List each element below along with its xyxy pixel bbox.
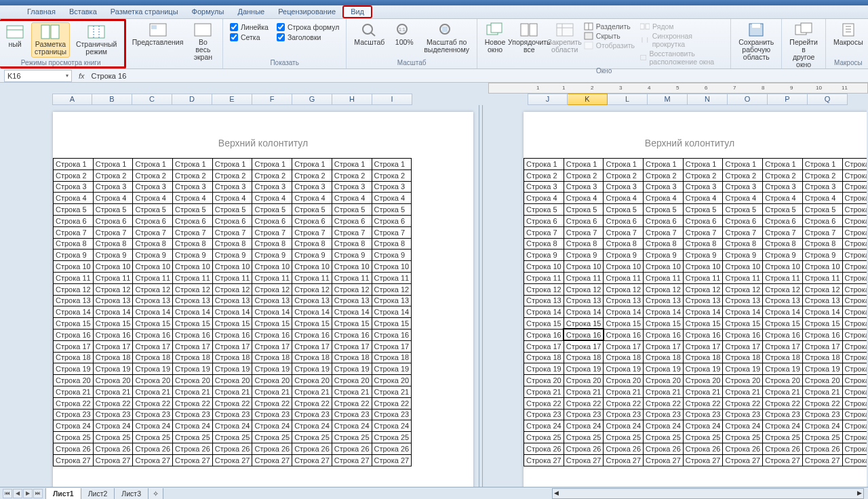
cell[interactable]: Строка 2 [173,169,213,181]
cell[interactable]: Строка 27 [133,454,173,466]
cell[interactable]: Строка 7 [332,226,372,238]
cell[interactable]: Строка 17 [524,340,564,352]
cell[interactable]: Строка 20 [644,375,684,386]
cell[interactable]: Строка 25 [723,432,763,443]
btn-freeze-panes[interactable]: Закрепить области [550,20,580,56]
cell[interactable]: Строка 10 [763,261,803,273]
tab-file[interactable]: Главная [20,6,62,18]
cell[interactable]: Строка 25 [372,432,412,443]
cell[interactable]: Строка 27 [604,454,644,466]
cell[interactable]: Строка 27 [93,454,133,466]
cell[interactable]: Строка 27 [802,454,842,466]
sheet-tab-2[interactable]: Лист2 [81,488,115,500]
cell[interactable]: Строка 21 [252,386,292,397]
cell[interactable]: Строка 17 [93,340,133,352]
cell[interactable]: Строка 16 [524,329,564,340]
cell[interactable]: Строка 25 [292,432,332,443]
cell[interactable]: Строка 2 [802,169,842,181]
cell[interactable]: Строка 12 [173,283,213,295]
cell[interactable]: Строка 13 [604,295,644,306]
cell[interactable]: Строка 17 [292,340,332,352]
cell[interactable]: Строка 8 [292,238,332,250]
cell[interactable]: Строка 26 [133,443,173,454]
cell[interactable]: Строка 12 [763,283,803,295]
cell[interactable]: Строка 15 [683,318,723,330]
cell[interactable]: Строка 19 [524,363,564,375]
cell[interactable]: Строка 18 [133,352,173,363]
cell[interactable]: Строка 4 [604,193,644,204]
cell[interactable]: Строка 13 [564,295,604,306]
cell[interactable]: Строка 24 [372,420,412,432]
cell[interactable]: Строка 12 [54,283,94,295]
cell[interactable]: Строка 24 [644,420,684,432]
cell[interactable]: Строка 15 [133,318,173,330]
cell[interactable]: Строка 9 [683,250,723,261]
cell[interactable]: Строка 17 [644,340,684,352]
cell[interactable]: Строка 21 [332,386,372,397]
cell[interactable]: Строка 7 [133,226,173,238]
cell[interactable]: Строка 19 [133,363,173,375]
cell[interactable]: Строка 3 [54,181,94,193]
sheet-tab-1[interactable]: Лист1 [45,488,81,500]
cell[interactable]: Строка 7 [723,226,763,238]
cell[interactable]: Строка 16 [604,329,644,340]
cell[interactable]: Строка 16 [564,329,604,340]
cell[interactable]: Строка 5 [133,204,173,216]
cell[interactable]: Строка 24 [723,420,763,432]
cell[interactable]: Строка 26 [723,443,763,454]
cell[interactable]: Строка 20 [524,375,564,386]
btn-switch-window[interactable]: Перейти в другое окно [786,20,821,71]
cell[interactable]: Строка 2 [524,169,564,181]
cell[interactable]: Строка 5 [644,204,684,216]
cell[interactable]: Строка 3 [93,181,133,193]
cell[interactable]: Строка 27 [564,454,604,466]
cell[interactable]: Строка 14 [93,306,133,318]
cell[interactable]: Строка 5 [173,204,213,216]
cell[interactable]: Строка 9 [54,250,94,261]
cell[interactable]: Строка 20 [212,375,252,386]
cell[interactable]: Строка 21 [372,386,412,397]
cell[interactable]: Строка 5 [524,204,564,216]
cell[interactable]: Строка 1 [372,159,412,170]
cell[interactable]: Строка 15 [604,318,644,330]
cell[interactable]: Строка 20 [604,375,644,386]
tab-formulas[interactable]: Формулы [185,6,231,18]
cell[interactable]: Строка 5 [842,204,867,216]
cell[interactable]: Строка 25 [683,432,723,443]
col-header-N[interactable]: N [688,94,728,105]
cell[interactable]: Строка 6 [524,215,564,226]
cell[interactable]: Строка 7 [54,226,94,238]
cell[interactable]: Строка 5 [604,204,644,216]
cell[interactable]: Строка 9 [564,250,604,261]
cell[interactable]: Строка 13 [524,295,564,306]
cell[interactable]: Строка 5 [292,204,332,216]
cell[interactable]: Строка 8 [212,238,252,250]
cell[interactable]: Строка 2 [564,169,604,181]
cell[interactable]: Строка 18 [212,352,252,363]
cell[interactable]: Строка 8 [332,238,372,250]
cell[interactable]: Строка 20 [723,375,763,386]
cell[interactable]: Строка 20 [252,375,292,386]
cell[interactable]: Строка 14 [212,306,252,318]
cell[interactable]: Строка 12 [252,283,292,295]
cell[interactable]: Строка 1 [173,159,213,170]
cell[interactable]: Строка 26 [332,443,372,454]
cell[interactable]: Строка 1 [524,159,564,170]
cell[interactable]: Строка 14 [252,306,292,318]
cell[interactable]: Строка 21 [212,386,252,397]
cell[interactable]: Строка 12 [644,283,684,295]
cell[interactable]: Строка 19 [212,363,252,375]
col-header-K[interactable]: K [568,94,608,105]
cell[interactable]: Строка 21 [644,386,684,397]
cell[interactable]: Строка 6 [332,215,372,226]
cell[interactable]: Строка 14 [564,306,604,318]
cell[interactable]: Строка 7 [524,226,564,238]
cell[interactable]: Строка 18 [564,352,604,363]
cell[interactable]: Строка 10 [212,261,252,273]
cell[interactable]: Строка 6 [54,215,94,226]
cell[interactable]: Строка 3 [763,181,803,193]
cell[interactable]: Строка 5 [723,204,763,216]
cell[interactable]: Строка 16 [54,329,94,340]
cell[interactable]: Строка 5 [683,204,723,216]
cell[interactable]: Строка 23 [683,409,723,420]
